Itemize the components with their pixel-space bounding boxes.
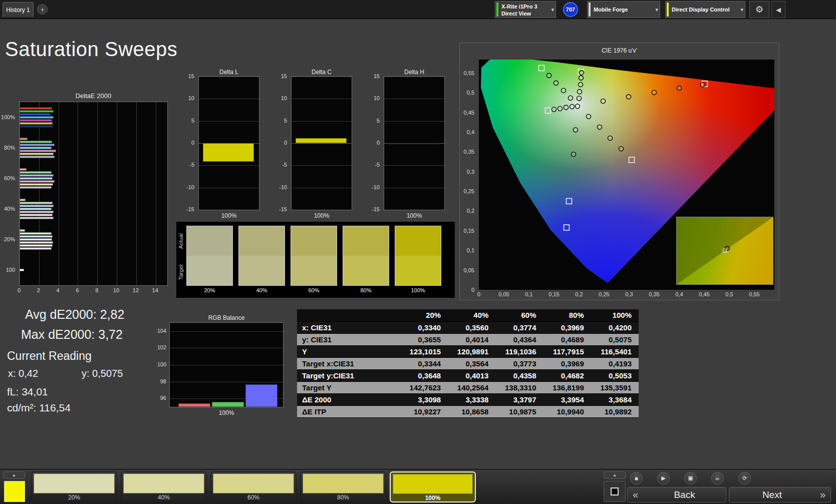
table-cell: 10,9892	[591, 405, 639, 417]
cie-measured-circle	[579, 82, 583, 87]
saturation-patch-20%[interactable]: 20%	[31, 471, 117, 502]
grid-line	[199, 77, 259, 77]
meter-dropdown[interactable]: X-Rite i1Pro 3 Direct View ▾	[495, 1, 556, 18]
delta-h-x-label: 100%	[384, 212, 445, 219]
table-cell: 0,3344	[400, 357, 448, 369]
delta-l-chart: Delta L 151050-5-10-15 100%	[183, 69, 261, 219]
deltae-bar	[20, 153, 54, 155]
table-cell: 0,4364	[495, 333, 543, 345]
cie-measured-circle	[558, 106, 563, 111]
cie-diagram-panel: CIE 1976 u'v'	[459, 43, 779, 300]
continuous-measure-button[interactable]: ∞	[711, 472, 724, 484]
table-cell: 0,3969	[543, 357, 591, 369]
deltae-bar	[20, 174, 54, 177]
collapse-left-icon: ◀	[776, 6, 781, 14]
swatch-label: 100%	[395, 287, 441, 293]
row-label: Y	[297, 345, 400, 357]
capture-button[interactable]: ▣	[684, 472, 697, 484]
table-corner-cell	[297, 309, 400, 321]
deltae-bar	[20, 199, 26, 201]
rgb-bar	[212, 402, 244, 407]
reading-y: y: 0,5075	[82, 368, 123, 379]
deltae-bar	[20, 235, 53, 238]
axis-tick-label: 0,2	[467, 208, 474, 214]
cie-measured-circle	[552, 107, 556, 112]
saturation-patch-80%[interactable]: 80%	[300, 471, 386, 502]
cie-measured-circle	[652, 90, 657, 95]
source-name: Mobile Forge	[594, 6, 651, 13]
display-control-dropdown[interactable]: Direct Display Control ▾	[665, 1, 745, 18]
reading-cdm2: cd/m²: 116,54	[7, 402, 71, 414]
expand-transport-button[interactable]: ▲	[604, 471, 626, 479]
table-cell: 10,9875	[495, 405, 543, 417]
axis-tick-label: 60%	[4, 175, 15, 181]
deltae-bar	[20, 116, 54, 119]
grid-line	[292, 210, 352, 210]
deltae-bar	[20, 177, 53, 180]
axis-tick-label: 15	[281, 73, 287, 79]
table-row: Target x:CIE310,33440,35640,37730,39690,…	[297, 357, 639, 369]
deltae-bar	[20, 211, 54, 213]
axis-tick-label: 10	[374, 95, 380, 101]
cie-measured-circle	[554, 81, 559, 85]
current-reading-heading: Current Reading	[7, 349, 92, 363]
table-column-header: 80%	[543, 309, 591, 321]
play-button[interactable]: ▶	[657, 472, 670, 484]
cie-measured-circle	[580, 71, 584, 75]
grid-line	[199, 210, 259, 210]
saturation-patch-60%[interactable]: 60%	[210, 471, 297, 502]
loop-button[interactable]: ⟳	[738, 472, 751, 484]
next-button[interactable]: Next »	[729, 487, 831, 502]
axis-tick-label: 100	[6, 267, 15, 273]
saturation-patch-40%[interactable]: 40%	[121, 471, 207, 502]
grid-line	[156, 102, 156, 285]
axis-tick-label: 4	[57, 287, 60, 293]
deltae-bar	[20, 208, 52, 210]
expand-patches-left-button[interactable]: ▲	[3, 471, 25, 479]
table-column-header: 40%	[448, 309, 495, 321]
actual-swatch	[343, 226, 389, 256]
deltae-bar	[20, 138, 28, 140]
row-label: ΔE 2000	[297, 393, 400, 405]
deltae-bar	[20, 214, 53, 216]
table-row: x: CIE310,33400,35600,37740,39690,4200	[297, 321, 639, 333]
table-column-header: 20%	[400, 309, 448, 321]
grid-line	[384, 188, 444, 188]
axis-tick-label: 10	[281, 95, 287, 101]
actual-swatch	[395, 226, 441, 256]
delta-h-title: Delta H	[384, 69, 445, 76]
table-cell: 0,5075	[591, 333, 639, 345]
meter-count-badge: 707	[563, 2, 578, 17]
tab-history-1[interactable]: History 1	[3, 2, 34, 17]
table-row: Y123,1015120,9891119,1036117,7915116,540…	[297, 345, 639, 357]
axis-tick-label: 0,05	[464, 267, 474, 273]
saturation-patch-100%[interactable]: 100%	[390, 471, 476, 502]
axis-tick-label: 15	[374, 73, 380, 79]
cie-measured-circle	[608, 136, 613, 141]
display-name: Direct Display Control	[672, 6, 736, 13]
back-button[interactable]: « Back	[627, 487, 726, 502]
table-cell: 0,3774	[495, 321, 543, 333]
deltae-x-axis: 02468101214	[19, 287, 168, 294]
cie-measured-circle	[701, 82, 705, 87]
cie-measured-circle	[577, 96, 582, 101]
axis-tick-label: 5	[191, 118, 194, 124]
swatch-column	[291, 226, 337, 286]
axis-tick-label: 102	[157, 344, 166, 350]
stop-button[interactable]: ■	[630, 472, 643, 484]
stop-measure-button[interactable]	[604, 481, 626, 502]
add-tab-button[interactable]: +	[37, 4, 48, 15]
target-swatch	[291, 256, 337, 285]
swatch-label: 60%	[291, 287, 337, 293]
table-cell: 0,3969	[543, 321, 591, 333]
reading-fl: fL: 34,01	[7, 386, 48, 398]
collapse-panel-button[interactable]: ◀	[771, 1, 785, 18]
cie-measured-circle	[598, 125, 602, 129]
cie-measured-circle	[619, 147, 624, 151]
table-cell: 117,7915	[543, 345, 591, 357]
grid-line	[59, 102, 59, 285]
table-row: y: CIE310,36550,40140,43640,46890,5075	[297, 333, 639, 345]
source-dropdown[interactable]: Mobile Forge ▾	[587, 1, 660, 18]
settings-button[interactable]: ⚙	[749, 1, 769, 18]
cie-measured-circle	[601, 99, 606, 104]
